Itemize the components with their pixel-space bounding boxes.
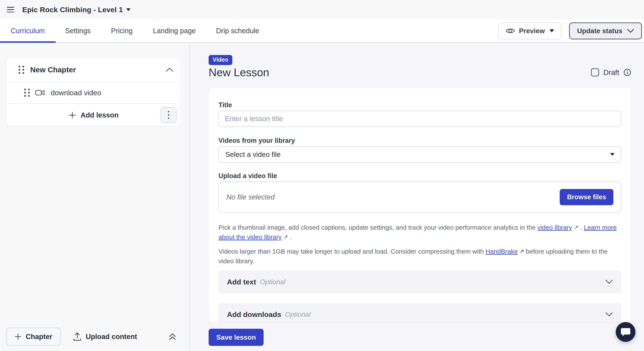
chapter-header[interactable]: New Chapter [7, 58, 180, 82]
tab-bar: Curriculum Settings Pricing Landing page… [0, 19, 644, 43]
hamburger-menu-icon[interactable] [7, 7, 14, 12]
lesson-type-badge: Video [208, 55, 232, 65]
chapter-title: New Chapter [30, 66, 76, 74]
draft-label: Draft [603, 68, 619, 76]
chevron-down-icon [606, 280, 613, 284]
lesson-row[interactable]: download video [7, 82, 180, 103]
tabs: Curriculum Settings Pricing Landing page… [11, 27, 259, 35]
file-upload-dropzone[interactable]: No file selected Browse files [218, 182, 621, 212]
compression-help-text: Videos larger than 1GB may take longer t… [218, 247, 621, 266]
chevron-up-icon[interactable] [166, 68, 173, 72]
upload-icon [73, 332, 82, 341]
title-field-label: Title [218, 101, 621, 109]
handbrake-link[interactable]: HandBrake [486, 248, 518, 255]
external-link-icon: ↗ [574, 222, 578, 232]
collapse-all-icon[interactable] [168, 332, 176, 341]
upload-content-label: Upload content [86, 332, 137, 341]
upload-field-label: Upload a video file [218, 172, 621, 180]
external-link-icon: ↗ [520, 246, 524, 256]
lesson-title: download video [51, 88, 101, 97]
tab-settings[interactable]: Settings [65, 27, 91, 35]
tab-pricing[interactable]: Pricing [111, 27, 133, 35]
add-chapter-label: Chapter [26, 332, 52, 341]
upload-content-button[interactable]: Upload content [73, 332, 137, 341]
eye-icon [506, 28, 515, 34]
preview-button[interactable]: Preview [498, 22, 562, 40]
lesson-title-input[interactable] [218, 111, 621, 127]
tab-drip-schedule[interactable]: Drip schedule [216, 27, 259, 35]
draft-checkbox[interactable] [591, 68, 599, 76]
chapter-card: New Chapter download video [6, 58, 181, 126]
add-text-label: Add text [227, 278, 256, 286]
add-downloads-section[interactable]: Add downloads Optional [218, 303, 621, 322]
course-switcher-caret-icon[interactable] [126, 8, 130, 11]
chapter-options-kebab-button[interactable] [161, 107, 176, 123]
video-library-link[interactable]: video library [538, 224, 572, 231]
update-status-label: Update status [577, 27, 622, 35]
chat-widget-button[interactable] [616, 322, 636, 342]
top-bar: Epic Rock Climbing - Level 1 [0, 0, 644, 19]
info-icon[interactable] [624, 68, 631, 76]
add-chapter-button[interactable]: Chapter [6, 328, 60, 346]
chevron-down-icon [606, 312, 613, 316]
video-help-text: Pick a thumbnail image, add closed capti… [218, 223, 621, 242]
external-link-icon: ↗ [284, 232, 288, 242]
lesson-form-card: Title Videos from your library Select a … [208, 88, 631, 322]
add-downloads-label: Add downloads [227, 310, 281, 319]
add-lesson-row: Add lesson [7, 104, 180, 126]
video-library-select-value: Select a video file [225, 150, 281, 158]
optional-tag: Optional [260, 278, 286, 286]
tab-landing-page[interactable]: Landing page [153, 27, 196, 35]
library-field-label: Videos from your library [218, 137, 621, 144]
curriculum-sidebar: New Chapter download video [0, 43, 189, 351]
preview-caret-icon [550, 29, 554, 32]
optional-tag: Optional [285, 310, 310, 318]
course-title[interactable]: Epic Rock Climbing - Level 1 [22, 6, 123, 14]
tab-curriculum[interactable]: Curriculum [11, 27, 45, 35]
lesson-editor: Video New Lesson Draft Title [189, 43, 644, 351]
plus-icon [14, 333, 22, 340]
update-status-button[interactable]: Update status [569, 22, 642, 40]
add-text-section[interactable]: Add text Optional [218, 270, 621, 293]
header-actions: Preview Update status [498, 22, 642, 40]
chevron-down-icon [627, 29, 634, 33]
video-camera-icon [35, 90, 45, 96]
save-lesson-button[interactable]: Save lesson [208, 329, 264, 346]
page-title: New Lesson [208, 66, 269, 79]
add-lesson-button[interactable]: Add lesson [81, 111, 119, 119]
active-tab-underline [0, 41, 56, 43]
plus-icon [69, 112, 76, 119]
no-file-text: No file selected [226, 193, 275, 201]
video-library-select[interactable]: Select a video file [218, 146, 621, 163]
chat-bubble-icon [621, 327, 630, 337]
drag-handle-icon[interactable] [24, 88, 30, 97]
browse-files-button[interactable]: Browse files [560, 189, 614, 205]
sidebar-footer: Chapter Upload content [6, 328, 176, 346]
select-caret-icon [610, 153, 614, 156]
drag-handle-icon[interactable] [18, 66, 24, 74]
preview-button-label: Preview [519, 27, 545, 35]
workspace: New Chapter download video [0, 43, 644, 351]
draft-toggle-group: Draft [591, 68, 631, 76]
